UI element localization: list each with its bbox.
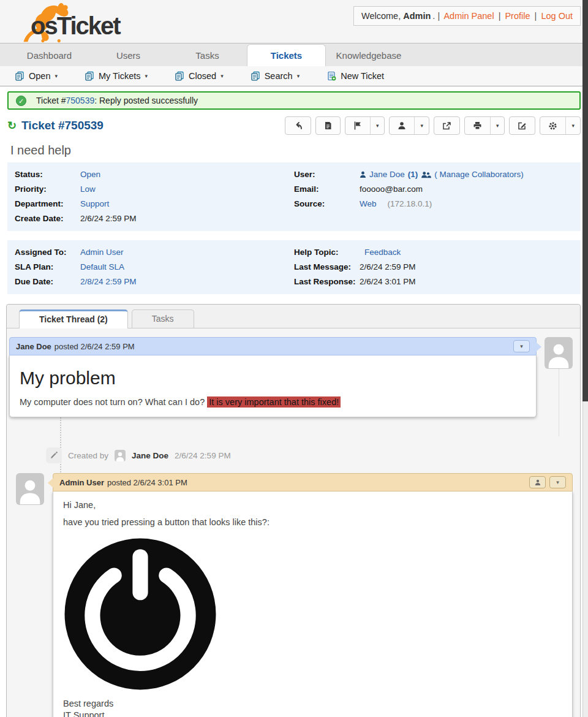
source-ip: (172.18.0.1) — [388, 197, 432, 211]
thread-body: Jane Doe posted 2/6/24 2:59 PM ▾ My prob… — [7, 328, 580, 717]
settings-button-group: ▾ — [540, 116, 581, 135]
edit-button[interactable] — [509, 116, 535, 135]
reply-button[interactable] — [285, 116, 311, 135]
chevron-down-icon: ▾ — [221, 73, 224, 79]
print-caret-button[interactable]: ▾ — [490, 117, 505, 134]
tab-users[interactable]: Users — [89, 45, 168, 66]
source-value[interactable]: Web — [360, 197, 377, 211]
success-alert: ✓ Ticket #750539: Reply posted successfu… — [7, 91, 581, 110]
manage-collaborators-link[interactable]: ( Manage Collaborators) — [434, 167, 524, 182]
tab-tasks[interactable]: Tasks — [168, 45, 247, 66]
message-line: Hi Jane, — [63, 500, 562, 510]
note-button[interactable] — [315, 116, 341, 135]
admin-panel-link[interactable]: Admin Panel — [443, 11, 494, 21]
scrollbar-track[interactable] — [582, 0, 588, 717]
scrollbar-thumb[interactable] — [582, 0, 588, 401]
flag-caret-button[interactable]: ▾ — [370, 117, 385, 134]
main-nav: Dashboard Users Tasks Tickets Knowledgeb… — [0, 44, 588, 66]
subnav-new-ticket-label: New Ticket — [341, 71, 384, 81]
check-circle-icon: ✓ — [16, 96, 26, 106]
tab-tickets[interactable]: Tickets — [247, 44, 326, 66]
alert-suffix: : Reply posted successfully — [94, 96, 198, 105]
user-count: (1) — [408, 167, 418, 182]
alert-prefix: Ticket # — [36, 96, 66, 105]
message-options-button[interactable]: ▾ — [513, 340, 530, 352]
message-header: Admin User posted 2/6/24 3:01 PM ▾ — [53, 473, 573, 491]
subnav-search[interactable]: Search ▾ — [251, 71, 300, 81]
thread-message-admin: Admin User posted 2/6/24 3:01 PM ▾ Hi Ja… — [9, 473, 573, 717]
user-label: User: — [294, 167, 360, 182]
logout-link[interactable]: Log Out — [541, 11, 573, 21]
message-posted: posted 2/6/24 3:01 PM — [107, 478, 187, 487]
avatar-connector-line — [559, 369, 559, 436]
logo-text: osTicket — [31, 13, 120, 38]
chevron-down-icon: ▾ — [145, 73, 148, 79]
message-title: My problem — [20, 368, 526, 389]
flag-icon[interactable] — [345, 117, 370, 134]
refresh-icon[interactable]: ↻ — [7, 119, 17, 132]
settings-caret-button[interactable]: ▾ — [565, 117, 580, 134]
user-name-link[interactable]: Jane Doe — [369, 167, 405, 182]
ticket-header-row: ↻ Ticket #750539 ▾ ▾ ▾ ▾ — [7, 116, 581, 135]
username: Admin — [403, 11, 431, 21]
assigned-value[interactable]: Admin User — [80, 245, 124, 260]
last-response-label: Last Response: — [294, 275, 360, 289]
assign-caret-button[interactable]: ▾ — [414, 117, 429, 134]
subnav-new-ticket[interactable]: New Ticket — [326, 71, 384, 81]
message-header: Jane Doe posted 2/6/24 2:59 PM ▾ — [9, 337, 537, 355]
user-strip: Welcome, Admin. | Admin Panel | Profile … — [353, 6, 581, 26]
help-topic-value[interactable]: Feedback — [364, 245, 401, 260]
transfer-button[interactable] — [434, 116, 460, 135]
due-date-value[interactable]: 2/8/24 2:59 PM — [80, 275, 137, 289]
osticket-logo[interactable]: osTicket — [4, 0, 151, 44]
last-message-label: Last Message: — [294, 260, 360, 275]
tab-ticket-thread[interactable]: Ticket Thread (2) — [19, 309, 128, 328]
event-action: Created by — [68, 451, 108, 460]
department-value[interactable]: Support — [80, 197, 109, 211]
help-topic-label: Help Topic: — [294, 245, 360, 260]
sla-value[interactable]: Default SLA — [80, 260, 124, 275]
share-icon — [434, 117, 459, 134]
print-button-group: ▾ — [464, 116, 505, 135]
message-body: Hi Jane, have you tried pressing a butto… — [53, 491, 573, 717]
message-user-button[interactable] — [529, 476, 546, 488]
chevron-down-icon: ▾ — [297, 73, 300, 79]
avatar — [16, 473, 44, 505]
last-message-value: 2/6/24 2:59 PM — [360, 260, 416, 275]
subnav-search-label: Search — [265, 71, 293, 81]
gear-icon[interactable] — [540, 117, 565, 134]
subnav-open[interactable]: Open ▾ — [15, 71, 58, 81]
event-date: 2/6/24 2:59 PM — [175, 451, 231, 460]
subnav-closed[interactable]: Closed ▾ — [175, 71, 224, 81]
subnav-open-label: Open — [29, 71, 50, 81]
source-label: Source: — [294, 197, 360, 211]
tab-tasks[interactable]: Tasks — [132, 309, 194, 328]
due-date-label: Due Date: — [15, 275, 80, 289]
alert-ticket-number-link[interactable]: 750539 — [66, 96, 95, 105]
priority-value[interactable]: Low — [80, 182, 96, 197]
email-value: fooooo@bar.com — [360, 182, 423, 197]
message-text: My computer does not turn on? What can I… — [20, 397, 205, 407]
subnav-my-tickets[interactable]: My Tickets ▾ — [85, 71, 148, 81]
pencil-icon — [46, 447, 62, 463]
tab-dashboard[interactable]: Dashboard — [10, 45, 89, 66]
status-value[interactable]: Open — [80, 167, 100, 182]
message-options-button[interactable]: ▾ — [549, 476, 566, 488]
last-response-value: 2/6/24 3:01 PM — [360, 275, 416, 289]
flag-button-group: ▾ — [345, 116, 385, 135]
assign-button-group: ▾ — [389, 116, 429, 135]
main-content: ✓ Ticket #750539: Reply posted successfu… — [0, 86, 588, 717]
alert-message: Ticket #750539: Reply posted successfull… — [36, 96, 198, 105]
profile-link[interactable]: Profile — [505, 11, 530, 21]
subnav-my-tickets-label: My Tickets — [99, 71, 140, 81]
email-label: Email: — [294, 182, 360, 197]
print-icon[interactable] — [465, 117, 490, 134]
highlighted-text: It is very important that this fixed! — [207, 396, 341, 408]
event-author: Jane Doe — [132, 451, 168, 460]
ticket-info-table: Status:Open Priority:Low Department:Supp… — [7, 162, 581, 231]
ticket-toolbar: ▾ ▾ ▾ ▾ — [285, 116, 581, 135]
tab-knowledgebase[interactable]: Knowledgebase — [326, 45, 412, 66]
thread-message-jane: Jane Doe posted 2/6/24 2:59 PM ▾ My prob… — [9, 337, 573, 436]
user-icon[interactable] — [390, 117, 414, 134]
sla-label: SLA Plan: — [15, 260, 80, 275]
